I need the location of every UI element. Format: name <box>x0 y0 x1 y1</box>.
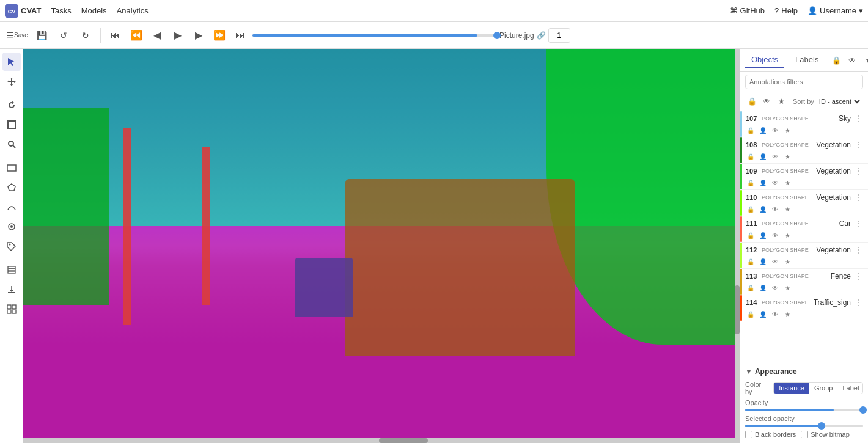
save-button[interactable]: 💾 <box>32 27 51 44</box>
object-lock-113[interactable]: 🔒 <box>746 283 756 293</box>
rectangle-tool[interactable] <box>2 159 21 177</box>
object-eye-107[interactable]: 👁 <box>770 125 780 135</box>
point-tool[interactable] <box>2 218 21 236</box>
polygon-tool[interactable] <box>2 178 21 197</box>
object-lock-112[interactable]: 🔒 <box>746 257 756 266</box>
object-more-109[interactable]: ⋮ <box>853 166 864 177</box>
rotate-tool[interactable] <box>2 96 21 114</box>
prev-segment-button[interactable]: ⏪ <box>127 27 146 44</box>
curve-tool[interactable] <box>2 198 21 216</box>
user-menu[interactable]: 👤 Username ▾ <box>807 6 863 15</box>
vertical-scroll-thumb[interactable] <box>735 285 740 334</box>
tab-objects[interactable]: Objects <box>745 53 784 68</box>
object-person-113[interactable]: 👤 <box>758 283 768 293</box>
last-frame-button[interactable]: ⏭ <box>230 27 250 44</box>
grid-tool[interactable] <box>2 300 21 318</box>
object-eye-114[interactable]: 👁 <box>770 309 780 319</box>
object-person-114[interactable]: 👤 <box>758 309 768 319</box>
object-pin-113[interactable]: ★ <box>782 283 792 293</box>
first-frame-button[interactable]: ⏮ <box>106 27 125 44</box>
playback-controls: ⏮ ⏪ ◀ ▶ ▶ ⏩ ⏭ <box>106 27 250 44</box>
black-borders-checkbox[interactable] <box>745 431 752 438</box>
next-segment-button[interactable]: ⏩ <box>210 27 229 44</box>
object-eye-110[interactable]: 👁 <box>770 204 780 214</box>
sidebar-lock-icon[interactable]: 🔒 <box>829 54 843 67</box>
prev-frame-button[interactable]: ◀ <box>147 27 167 44</box>
nav-analytics[interactable]: Analytics <box>117 4 149 18</box>
color-by-group[interactable]: Group <box>809 383 838 394</box>
object-more-113[interactable]: ⋮ <box>853 271 864 282</box>
lock-all-icon[interactable]: 🔒 <box>745 95 759 108</box>
sidebar-eye-icon[interactable]: 👁 <box>845 54 859 67</box>
object-person-112[interactable]: 👤 <box>758 257 768 266</box>
object-lock-111[interactable]: 🔒 <box>746 230 756 240</box>
color-by-label[interactable]: Label <box>837 383 863 394</box>
redo-button[interactable]: ↻ <box>76 27 95 44</box>
nav-models[interactable]: Models <box>81 4 107 18</box>
show-bitmap-checkbox[interactable] <box>801 431 808 438</box>
filter-bar <box>740 72 868 92</box>
sidebar-chevron-icon[interactable]: ▾ <box>861 54 868 67</box>
appearance-chevron[interactable]: ▼ <box>745 367 752 376</box>
star-all-icon[interactable]: ★ <box>774 95 788 108</box>
object-pin-111[interactable]: ★ <box>782 230 792 240</box>
layer-tool[interactable] <box>2 261 21 279</box>
black-borders-option[interactable]: Black borders <box>745 431 796 438</box>
object-more-114[interactable]: ⋮ <box>853 297 864 308</box>
eye-all-icon[interactable]: 👁 <box>760 95 773 108</box>
object-pin-114[interactable]: ★ <box>782 309 792 319</box>
search-tool[interactable] <box>2 135 21 153</box>
select-tool[interactable] <box>2 53 21 71</box>
object-person-107[interactable]: 👤 <box>758 125 768 135</box>
object-item-110: 110 POLYGON SHAPE Vegetation ⋮ 🔒 👤 👁 ★ <box>740 190 868 216</box>
chevron-down-icon: ▾ <box>859 6 863 15</box>
nav-tasks[interactable]: Tasks <box>51 4 71 18</box>
object-eye-108[interactable]: 👁 <box>770 152 780 161</box>
object-lock-108[interactable]: 🔒 <box>746 152 756 161</box>
object-person-108[interactable]: 👤 <box>758 152 768 161</box>
selected-opacity-slider[interactable] <box>745 425 863 427</box>
object-pin-108[interactable]: ★ <box>782 152 792 161</box>
object-more-108[interactable]: ⋮ <box>853 139 864 150</box>
play-button[interactable]: ▶ <box>168 27 188 44</box>
object-eye-111[interactable]: 👁 <box>770 230 780 240</box>
object-lock-114[interactable]: 🔒 <box>746 309 756 319</box>
object-lock-109[interactable]: 🔒 <box>746 178 756 188</box>
object-person-109[interactable]: 👤 <box>758 178 768 188</box>
tag-tool[interactable] <box>2 237 21 255</box>
filter-input[interactable] <box>745 75 863 89</box>
object-pin-110[interactable]: ★ <box>782 204 792 214</box>
object-more-107[interactable]: ⋮ <box>853 113 864 124</box>
object-person-110[interactable]: 👤 <box>758 204 768 214</box>
sort-select[interactable]: ID - ascent <box>817 97 862 106</box>
object-more-110[interactable]: ⋮ <box>853 192 864 203</box>
github-link[interactable]: ⌘ GitHub <box>730 6 765 15</box>
download-tool[interactable] <box>2 280 21 299</box>
help-link[interactable]: ? Help <box>774 6 798 15</box>
object-eye-109[interactable]: 👁 <box>770 178 780 188</box>
frame-number-input[interactable] <box>548 28 570 43</box>
object-eye-112[interactable]: 👁 <box>770 257 780 266</box>
tab-labels[interactable]: Labels <box>789 53 825 68</box>
menu-button[interactable]: ☰ Save <box>7 27 27 44</box>
horizontal-scroll-thumb[interactable] <box>379 438 428 443</box>
undo-button[interactable]: ↺ <box>54 27 73 44</box>
object-more-111[interactable]: ⋮ <box>853 218 864 229</box>
move-tool[interactable] <box>2 72 21 90</box>
next-frame-button[interactable]: ▶ <box>189 27 208 44</box>
object-lock-110[interactable]: 🔒 <box>746 204 756 214</box>
object-pin-107[interactable]: ★ <box>782 125 792 135</box>
opacity-slider[interactable] <box>745 409 863 411</box>
color-by-instance[interactable]: Instance <box>774 383 809 394</box>
object-eye-113[interactable]: 👁 <box>770 283 780 293</box>
show-bitmap-option[interactable]: Show bitmap <box>801 431 850 438</box>
progress-bar-track[interactable] <box>252 34 497 37</box>
object-pin-109[interactable]: ★ <box>782 178 792 188</box>
object-person-111[interactable]: 👤 <box>758 230 768 240</box>
object-pin-112[interactable]: ★ <box>782 257 792 266</box>
object-lock-107[interactable]: 🔒 <box>746 125 756 135</box>
horizontal-scrollbar[interactable] <box>23 438 735 443</box>
vertical-scrollbar[interactable] <box>735 49 740 443</box>
object-more-112[interactable]: ⋮ <box>853 244 864 255</box>
crop-tool[interactable] <box>2 115 21 134</box>
